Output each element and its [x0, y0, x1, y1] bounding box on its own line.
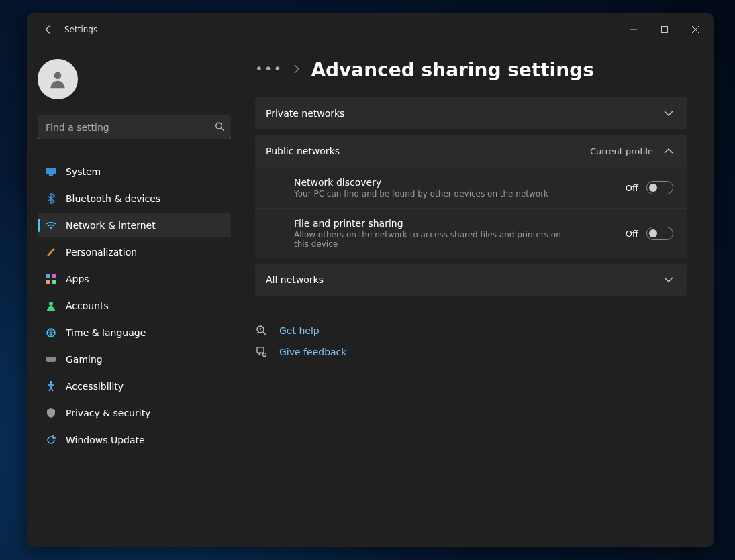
svg-rect-12: [46, 280, 50, 284]
nav-item-accessibility[interactable]: Accessibility: [38, 374, 231, 398]
current-profile-badge: Current profile: [590, 146, 653, 156]
toggle-state-label: Off: [626, 183, 638, 193]
svg-rect-16: [46, 357, 56, 362]
nav-label: Windows Update: [66, 435, 145, 445]
svg-point-9: [50, 228, 52, 229]
nav-item-gaming[interactable]: Gaming: [38, 347, 231, 372]
section-all-networks: All networks: [255, 264, 687, 296]
svg-line-6: [222, 128, 224, 131]
public-settings-list: Network discovery Your PC can find and b…: [255, 167, 687, 258]
feedback-icon: [255, 345, 268, 359]
nav-item-system[interactable]: System: [38, 160, 231, 184]
svg-rect-10: [46, 274, 50, 278]
search-icon: [215, 121, 224, 134]
nav-label: System: [66, 166, 101, 177]
nav-list: System Bluetooth & devices Network & int…: [38, 160, 231, 452]
setting-desc: Your PC can find and be found by other d…: [294, 189, 576, 199]
breadcrumb: ••• Advanced sharing settings: [255, 59, 687, 81]
update-icon: [46, 435, 56, 445]
nav-label: Privacy & security: [66, 408, 150, 418]
nav-item-time-language[interactable]: Time & language: [38, 321, 231, 345]
svg-text:?: ?: [259, 327, 262, 333]
sidebar: System Bluetooth & devices Network & int…: [27, 46, 242, 547]
svg-point-22: [263, 353, 266, 357]
nav-item-network[interactable]: Network & internet: [38, 213, 231, 237]
help-icon: ?: [255, 324, 268, 337]
nav-item-update[interactable]: Windows Update: [38, 428, 231, 452]
nav-item-apps[interactable]: Apps: [38, 267, 231, 291]
nav-label: Accessibility: [66, 381, 124, 392]
breadcrumb-overflow[interactable]: •••: [255, 60, 283, 80]
nav-item-privacy[interactable]: Privacy & security: [38, 401, 231, 425]
svg-point-4: [54, 72, 62, 79]
svg-rect-13: [52, 280, 56, 284]
give-feedback-link[interactable]: Give feedback: [255, 341, 687, 363]
maximize-button[interactable]: [649, 19, 680, 40]
brush-icon: [46, 247, 56, 258]
svg-line-20: [263, 332, 266, 335]
wifi-icon: [46, 220, 56, 231]
svg-point-14: [49, 302, 53, 306]
system-icon: [46, 166, 56, 177]
apps-icon: [46, 274, 56, 284]
setting-file-printer-sharing: File and printer sharing Allow others on…: [255, 208, 687, 258]
setting-title: File and printer sharing: [294, 218, 626, 229]
minimize-button[interactable]: [618, 19, 649, 40]
svg-rect-21: [257, 347, 264, 353]
window-title: Settings: [64, 25, 97, 34]
svg-point-5: [216, 123, 222, 129]
svg-rect-11: [52, 274, 56, 278]
svg-rect-8: [49, 174, 53, 176]
expander-public-networks[interactable]: Public networks Current profile: [255, 135, 687, 167]
svg-rect-7: [46, 168, 56, 174]
section-label: Private networks: [266, 108, 664, 119]
back-button[interactable]: [38, 19, 59, 40]
get-help-link[interactable]: ? Get help: [255, 320, 687, 341]
close-button[interactable]: [680, 19, 711, 40]
setting-desc: Allow others on the network to access sh…: [294, 230, 576, 249]
chevron-down-icon: [664, 274, 673, 285]
section-label: Public networks: [266, 146, 590, 156]
svg-point-17: [50, 381, 52, 384]
chevron-down-icon: [664, 108, 673, 119]
toggle-file-printer-sharing[interactable]: [646, 227, 673, 240]
avatar[interactable]: [38, 59, 78, 99]
setting-title: Network discovery: [294, 177, 626, 188]
nav-label: Apps: [66, 274, 89, 284]
expander-private-networks[interactable]: Private networks: [255, 97, 687, 129]
link-text: Get help: [279, 325, 320, 336]
chevron-up-icon: [664, 146, 673, 156]
nav-item-personalization[interactable]: Personalization: [38, 240, 231, 264]
toggle-state-label: Off: [626, 229, 638, 239]
toggle-network-discovery[interactable]: [646, 181, 673, 194]
expander-all-networks[interactable]: All networks: [255, 264, 687, 296]
nav-item-bluetooth[interactable]: Bluetooth & devices: [38, 186, 231, 211]
globe-icon: [46, 327, 56, 338]
shield-icon: [46, 408, 56, 418]
setting-network-discovery: Network discovery Your PC can find and b…: [255, 167, 687, 208]
nav-label: Time & language: [66, 327, 146, 338]
chevron-right-icon: [293, 64, 300, 76]
accessibility-icon: [46, 381, 56, 392]
nav-label: Network & internet: [66, 220, 156, 231]
nav-label: Bluetooth & devices: [66, 193, 160, 204]
nav-label: Personalization: [66, 247, 137, 258]
nav-label: Accounts: [66, 300, 109, 311]
page-title: Advanced sharing settings: [311, 59, 593, 81]
bluetooth-icon: [46, 193, 56, 204]
section-label: All networks: [266, 274, 664, 285]
svg-rect-1: [662, 27, 668, 33]
link-text: Give feedback: [279, 347, 346, 357]
search-input[interactable]: [38, 115, 231, 139]
accounts-icon: [46, 300, 56, 311]
nav-label: Gaming: [66, 354, 103, 365]
titlebar: Settings: [27, 13, 714, 46]
nav-item-accounts[interactable]: Accounts: [38, 294, 231, 318]
person-icon: [47, 68, 68, 90]
gaming-icon: [46, 354, 56, 365]
main-content: ••• Advanced sharing settings Private ne…: [242, 46, 714, 547]
section-private-networks: Private networks: [255, 97, 687, 129]
search-box[interactable]: [38, 115, 231, 139]
section-public-networks: Public networks Current profile Network …: [255, 135, 687, 258]
settings-window: Settings Sys: [27, 13, 714, 547]
